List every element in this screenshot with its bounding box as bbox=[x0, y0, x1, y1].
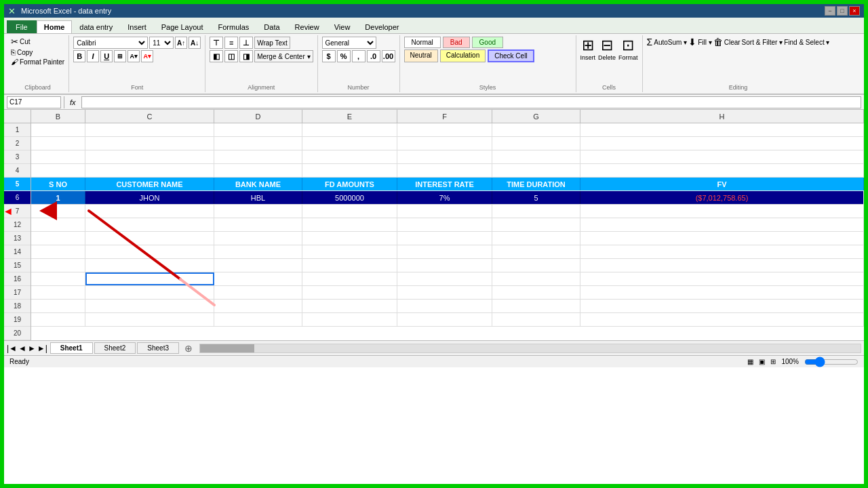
cell-c15[interactable] bbox=[85, 245, 214, 258]
cell-h13[interactable] bbox=[580, 218, 864, 231]
underline-button[interactable]: U bbox=[100, 50, 113, 62]
cell-d4[interactable] bbox=[214, 164, 302, 177]
bold-button[interactable]: B bbox=[73, 50, 85, 62]
cell-h14[interactable] bbox=[580, 232, 864, 245]
row-num-4[interactable]: 4 bbox=[4, 164, 31, 178]
cell-c1[interactable] bbox=[85, 123, 214, 136]
row-num-7[interactable]: ◄ 7 bbox=[4, 205, 31, 218]
cell-h3[interactable] bbox=[580, 150, 864, 163]
cell-g19[interactable] bbox=[492, 300, 580, 312]
cell-f19[interactable] bbox=[397, 300, 492, 312]
cell-g3[interactable] bbox=[492, 150, 580, 163]
cell-e19[interactable] bbox=[302, 300, 397, 312]
cell-h1[interactable] bbox=[580, 123, 864, 136]
cell-e16[interactable] bbox=[302, 259, 397, 272]
row-num-14[interactable]: 14 bbox=[4, 245, 31, 259]
tab-review[interactable]: Review bbox=[288, 20, 327, 33]
insert-button[interactable]: ⊞ Insert bbox=[580, 37, 596, 61]
align-top-button[interactable]: ⊤ bbox=[210, 37, 223, 49]
neutral-style-button[interactable]: Neutral bbox=[404, 49, 438, 62]
cell-f15[interactable] bbox=[397, 245, 492, 258]
cell-c16[interactable] bbox=[85, 259, 214, 272]
cell-f14[interactable] bbox=[397, 232, 492, 245]
delete-button[interactable]: ⊟ Delete bbox=[598, 37, 616, 61]
align-center-button[interactable]: ◫ bbox=[224, 50, 238, 62]
cell-g14[interactable] bbox=[492, 232, 580, 245]
cell-h6[interactable]: ($7,012,758.65) bbox=[580, 191, 864, 204]
cell-h17[interactable] bbox=[580, 272, 864, 285]
cell-e17[interactable] bbox=[302, 272, 397, 285]
cell-e2[interactable] bbox=[302, 137, 397, 150]
cell-g4[interactable] bbox=[492, 164, 580, 177]
tab-file[interactable]: File bbox=[7, 20, 37, 33]
cell-h20[interactable] bbox=[580, 313, 864, 326]
cell-b14[interactable] bbox=[31, 232, 85, 245]
cell-b6[interactable]: 1 bbox=[31, 191, 85, 204]
col-header-f[interactable]: F bbox=[397, 110, 492, 123]
cell-f4[interactable] bbox=[397, 164, 492, 177]
sheet-nav-last[interactable]: ►| bbox=[37, 344, 47, 353]
cell-b19[interactable] bbox=[31, 300, 85, 312]
cell-h5-header[interactable]: FV bbox=[580, 178, 864, 190]
italic-button[interactable]: I bbox=[87, 50, 99, 62]
cell-b5-header[interactable]: S NO bbox=[31, 178, 85, 190]
cell-h18[interactable] bbox=[580, 286, 864, 299]
cell-f13[interactable] bbox=[397, 218, 492, 231]
cell-d1[interactable] bbox=[214, 123, 302, 136]
cell-c17[interactable] bbox=[85, 272, 214, 285]
align-left-button[interactable]: ◧ bbox=[210, 50, 223, 62]
tab-data[interactable]: Data bbox=[256, 20, 287, 33]
col-header-e[interactable]: E bbox=[302, 110, 397, 123]
cell-c2[interactable] bbox=[85, 137, 214, 150]
align-bottom-button[interactable]: ⊥ bbox=[239, 37, 253, 49]
copy-button[interactable]: ⎘ Copy bbox=[11, 48, 64, 56]
percent-button[interactable]: % bbox=[337, 50, 351, 62]
col-header-b[interactable]: B bbox=[31, 110, 85, 123]
cell-b18[interactable] bbox=[31, 286, 85, 299]
find-select-button[interactable]: Find & Select ▾ bbox=[784, 37, 829, 47]
h-scrollbar-thumb[interactable] bbox=[200, 344, 254, 352]
font-size-select[interactable]: 11 bbox=[149, 37, 174, 49]
cell-d17[interactable] bbox=[214, 272, 302, 285]
row-num-1[interactable]: 1 bbox=[4, 123, 31, 137]
view-break-icon[interactable]: ⊞ bbox=[770, 358, 776, 365]
cell-b13[interactable] bbox=[31, 218, 85, 231]
maximize-button[interactable]: □ bbox=[837, 6, 848, 16]
cell-b2[interactable] bbox=[31, 137, 85, 150]
bad-style-button[interactable]: Bad bbox=[443, 37, 470, 48]
cell-h4[interactable] bbox=[580, 164, 864, 177]
currency-button[interactable]: $ bbox=[322, 50, 336, 62]
font-color-button[interactable]: A▾ bbox=[141, 50, 153, 62]
row-num-15[interactable]: 15 bbox=[4, 259, 31, 272]
align-right-button[interactable]: ◨ bbox=[239, 50, 253, 62]
border-button[interactable]: ⊞ bbox=[114, 50, 126, 62]
cell-d2[interactable] bbox=[214, 137, 302, 150]
number-format-select[interactable]: General bbox=[322, 37, 376, 49]
cell-f12[interactable] bbox=[397, 205, 492, 218]
cell-f3[interactable] bbox=[397, 150, 492, 163]
cell-d19[interactable] bbox=[214, 300, 302, 312]
fill-color-button[interactable]: A▾ bbox=[127, 50, 140, 62]
cell-h2[interactable] bbox=[580, 137, 864, 150]
row-num-19[interactable]: 19 bbox=[4, 313, 31, 327]
h-scrollbar[interactable] bbox=[199, 344, 861, 353]
sheet-nav-first[interactable]: |◄ bbox=[7, 344, 17, 353]
clear-button[interactable]: 🗑 Clear bbox=[713, 37, 741, 47]
cell-d12[interactable] bbox=[214, 205, 302, 218]
cell-f1[interactable] bbox=[397, 123, 492, 136]
increase-decimal-button[interactable]: .0 bbox=[367, 50, 380, 62]
col-header-c[interactable]: C bbox=[85, 110, 214, 123]
tab-data-entry[interactable]: data entry bbox=[72, 20, 120, 33]
row-num-18[interactable]: 18 bbox=[4, 300, 31, 313]
row-num-17[interactable]: 17 bbox=[4, 286, 31, 300]
cell-c12[interactable] bbox=[85, 205, 214, 218]
cell-f17[interactable] bbox=[397, 272, 492, 285]
cell-d15[interactable] bbox=[214, 245, 302, 258]
cell-g2[interactable] bbox=[492, 137, 580, 150]
cell-g1[interactable] bbox=[492, 123, 580, 136]
cell-e6[interactable]: 5000000 bbox=[302, 191, 397, 204]
increase-font-button[interactable]: A↑ bbox=[175, 37, 187, 49]
cell-c20[interactable] bbox=[85, 313, 214, 326]
sheet-nav-prev[interactable]: ◄ bbox=[18, 344, 26, 353]
format-painter-button[interactable]: 🖌 Format Painter bbox=[11, 58, 64, 66]
